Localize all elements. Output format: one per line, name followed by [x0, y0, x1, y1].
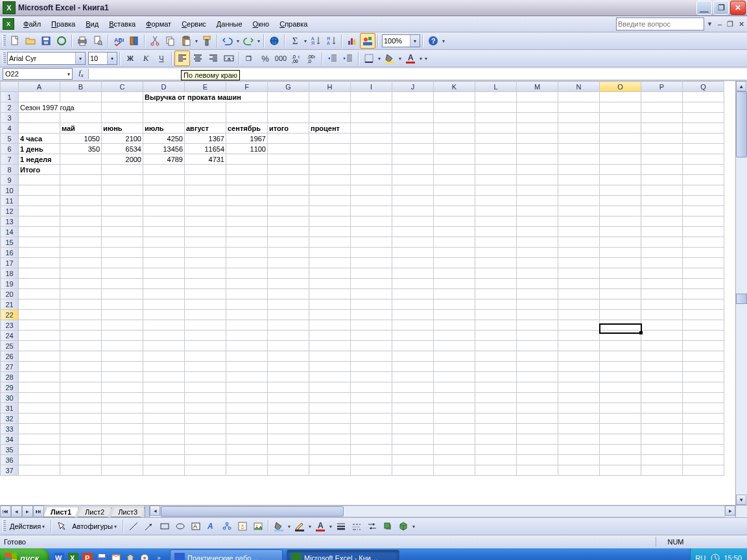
cell-J26[interactable] — [392, 351, 434, 362]
cell-A2[interactable]: Сезон 1997 года — [19, 102, 102, 113]
row-header-31[interactable]: 31 — [1, 403, 19, 414]
sort-desc-icon[interactable]: ЯА — [324, 33, 339, 49]
cell-M25[interactable] — [517, 341, 558, 351]
cell-D31[interactable] — [143, 403, 185, 414]
cell-J7[interactable] — [392, 154, 434, 165]
cell-M35[interactable] — [517, 445, 558, 455]
cell-O20[interactable] — [600, 289, 641, 299]
cell-P3[interactable] — [641, 113, 683, 123]
col-header-N[interactable]: N — [558, 82, 600, 92]
save-icon[interactable] — [38, 33, 54, 49]
cell-N34[interactable] — [558, 434, 600, 445]
cell-E9[interactable] — [185, 175, 226, 185]
cell-K12[interactable] — [434, 206, 475, 216]
cell-O4[interactable] — [600, 123, 641, 134]
shadow-style-icon[interactable] — [380, 519, 396, 534]
cell-L15[interactable] — [475, 237, 517, 248]
cell-Q26[interactable] — [683, 351, 724, 362]
col-header-F[interactable]: F — [226, 82, 268, 92]
cell-I14[interactable] — [351, 227, 392, 237]
cell-A26[interactable] — [19, 351, 60, 362]
cell-P23[interactable] — [641, 320, 683, 331]
scroll-down-icon[interactable]: ▾ — [736, 495, 746, 505]
cell-J35[interactable] — [392, 445, 434, 455]
cell-H17[interactable] — [309, 258, 351, 268]
cell-I12[interactable] — [351, 206, 392, 216]
cell-P12[interactable] — [641, 206, 683, 216]
font-color-draw-dropdown-icon[interactable]: ▾ — [328, 524, 333, 530]
ql-home-icon[interactable] — [124, 551, 137, 560]
cell-E11[interactable] — [185, 196, 226, 206]
row-header-37[interactable]: 37 — [1, 465, 19, 476]
spelling-icon[interactable]: ABC — [111, 33, 126, 49]
cell-A24[interactable] — [19, 331, 60, 341]
cell-K18[interactable] — [434, 268, 475, 279]
scroll-up-icon[interactable]: ▴ — [736, 81, 746, 91]
cell-G25[interactable] — [268, 341, 309, 351]
cell-Q6[interactable] — [683, 144, 724, 154]
cell-P22[interactable] — [641, 310, 683, 320]
row-header-2[interactable]: 2 — [1, 102, 19, 113]
cell-L5[interactable] — [475, 134, 517, 144]
toolbar-options-icon[interactable]: ▾ — [441, 38, 446, 44]
cell-Q10[interactable] — [683, 185, 724, 196]
font-size-combo[interactable]: ▾ — [88, 52, 117, 65]
cell-N14[interactable] — [558, 227, 600, 237]
cell-C21[interactable] — [102, 299, 143, 310]
cell-I8[interactable] — [351, 165, 392, 175]
cell-O22[interactable] — [600, 310, 641, 320]
cell-J24[interactable] — [392, 331, 434, 341]
cell-O1[interactable] — [600, 92, 641, 102]
cell-K37[interactable] — [434, 465, 475, 476]
cell-A32[interactable] — [19, 414, 60, 424]
cell-Q4[interactable] — [683, 123, 724, 134]
cell-O30[interactable] — [600, 393, 641, 403]
oval-icon[interactable] — [172, 519, 188, 534]
cell-G16[interactable] — [268, 248, 309, 258]
col-header-M[interactable]: M — [517, 82, 558, 92]
cell-D1[interactable]: Выручка от проката машин — [143, 92, 268, 102]
align-right-button[interactable] — [206, 51, 221, 66]
cell-E23[interactable] — [185, 320, 226, 331]
cell-J22[interactable] — [392, 310, 434, 320]
cell-D24[interactable] — [143, 331, 185, 341]
cell-A31[interactable] — [19, 403, 60, 414]
cell-K11[interactable] — [434, 196, 475, 206]
cell-K25[interactable] — [434, 341, 475, 351]
ql-powerpoint-icon[interactable]: P — [81, 551, 94, 560]
tray-icon[interactable] — [711, 554, 720, 560]
cell-I29[interactable] — [351, 382, 392, 393]
cell-F7[interactable] — [226, 154, 268, 165]
cell-I28[interactable] — [351, 372, 392, 382]
wordart-icon[interactable]: A — [204, 519, 219, 534]
cell-H26[interactable] — [309, 351, 351, 362]
cell-D23[interactable] — [143, 320, 185, 331]
cell-H16[interactable] — [309, 248, 351, 258]
cell-A30[interactable] — [19, 393, 60, 403]
menu-окно[interactable]: Окно — [248, 18, 275, 30]
cell-F13[interactable] — [226, 216, 268, 227]
cell-B29[interactable] — [60, 382, 102, 393]
cell-A36[interactable] — [19, 455, 60, 465]
cell-C14[interactable] — [102, 227, 143, 237]
cell-J14[interactable] — [392, 227, 434, 237]
col-header-G[interactable]: G — [268, 82, 309, 92]
cell-D6[interactable]: 13456 — [143, 144, 185, 154]
cell-M27[interactable] — [517, 362, 558, 372]
cell-P14[interactable] — [641, 227, 683, 237]
cell-G1[interactable] — [268, 92, 309, 102]
cell-A28[interactable] — [19, 372, 60, 382]
cell-J9[interactable] — [392, 175, 434, 185]
menu-файл[interactable]: Файл — [18, 18, 46, 30]
cell-P15[interactable] — [641, 237, 683, 248]
cell-C23[interactable] — [102, 320, 143, 331]
cell-P32[interactable] — [641, 414, 683, 424]
cell-A20[interactable] — [19, 289, 60, 299]
cell-M11[interactable] — [517, 196, 558, 206]
scroll-left-icon[interactable]: ◂ — [150, 506, 160, 516]
cell-B20[interactable] — [60, 289, 102, 299]
cell-A22[interactable] — [19, 310, 60, 320]
cell-Q3[interactable] — [683, 113, 724, 123]
cell-B16[interactable] — [60, 248, 102, 258]
menu-вид[interactable]: Вид — [80, 18, 104, 30]
